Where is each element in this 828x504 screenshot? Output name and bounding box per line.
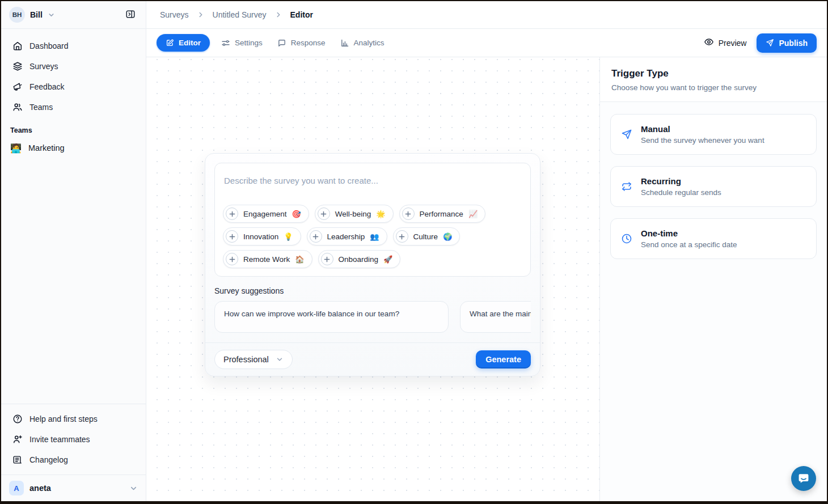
topic-chip-well-being[interactable]: Well-being 🌟 xyxy=(315,205,394,223)
sidebar-item-label: Dashboard xyxy=(29,41,69,50)
chip-label: Engagement xyxy=(243,210,287,218)
sidebar-spacer xyxy=(1,158,146,404)
trigger-option-text: One-time Send once at a specific date xyxy=(641,228,737,249)
breadcrumb: Surveys Untitled Survey Editor xyxy=(146,1,827,29)
suggestion-card[interactable]: What are the main ob xyxy=(460,301,531,333)
chip-label: Performance xyxy=(420,210,463,218)
repeat-icon xyxy=(621,181,632,192)
breadcrumb-editor: Editor xyxy=(290,10,313,19)
preview-button[interactable]: Preview xyxy=(704,37,747,49)
sidebar-item-help[interactable]: Help and first steps xyxy=(8,410,139,428)
sliders-icon xyxy=(221,39,230,48)
suggestion-card[interactable]: How can we improve work-life balance in … xyxy=(214,301,449,333)
topic-chip-innovation[interactable]: Innovation 💡 xyxy=(223,227,301,245)
layers-icon xyxy=(12,61,23,71)
chevron-down-icon xyxy=(48,11,55,19)
chevron-down-icon xyxy=(129,484,138,493)
survey-prompt-input[interactable]: Describe the survey you want to create..… xyxy=(214,163,531,277)
breadcrumb-surveys[interactable]: Surveys xyxy=(160,10,189,19)
tab-label: Analytics xyxy=(354,39,385,47)
sidebar-item-feedback[interactable]: Feedback xyxy=(8,78,139,96)
chat-bubble-icon xyxy=(277,39,286,48)
sidebar-item-teams[interactable]: Teams xyxy=(8,98,139,116)
tone-select[interactable]: Professional xyxy=(214,350,293,369)
trigger-option-text: Recurring Schedule regular sends xyxy=(641,176,721,197)
send-icon xyxy=(766,39,774,47)
sidebar-nav: Dashboard Surveys Feedback xyxy=(1,29,146,118)
panel-title: Trigger Type xyxy=(611,68,816,79)
tab-response[interactable]: Response xyxy=(277,39,326,48)
editor-toolbar: Editor Settings Response xyxy=(146,29,827,57)
topic-chip-engagement[interactable]: Engagement 🎯 xyxy=(223,205,309,223)
generate-button[interactable]: Generate xyxy=(476,350,531,369)
trigger-option-title: One-time xyxy=(641,228,737,238)
panel-collapse-icon xyxy=(125,9,136,21)
help-circle-icon xyxy=(12,414,23,424)
sidebar-item-label: Changelog xyxy=(29,455,68,464)
trigger-option-recurring[interactable]: Recurring Schedule regular sends xyxy=(610,166,817,207)
plus-icon xyxy=(226,253,238,265)
topic-chip-performance[interactable]: Performance 📈 xyxy=(399,205,486,223)
send-icon xyxy=(621,129,632,140)
trigger-type-panel: Trigger Type Choose how you want to trig… xyxy=(599,57,827,501)
sidebar-item-label: Help and first steps xyxy=(29,414,98,423)
topic-chip-onboarding[interactable]: Onboarding 🚀 xyxy=(318,250,401,268)
topic-chip-remote-work[interactable]: Remote Work 🏠 xyxy=(223,250,312,268)
publish-button[interactable]: Publish xyxy=(757,33,817,53)
tab-editor[interactable]: Editor xyxy=(157,34,210,52)
plus-icon xyxy=(318,207,330,220)
breadcrumb-untitled-survey[interactable]: Untitled Survey xyxy=(213,10,267,19)
chip-label: Remote Work xyxy=(243,255,290,264)
trigger-option-description: Send the survey whenever you want xyxy=(641,136,764,145)
tab-label: Editor xyxy=(179,39,201,47)
chip-label: Leadership xyxy=(327,232,365,241)
chip-label: Onboarding xyxy=(339,255,379,264)
tab-settings[interactable]: Settings xyxy=(221,39,263,48)
app-window: BH Bill Dashboard xyxy=(0,0,828,504)
trigger-option-text: Manual Send the survey whenever you want xyxy=(641,124,764,145)
sidebar-item-changelog[interactable]: Changelog xyxy=(8,451,139,469)
sidebar-item-invite[interactable]: Invite teammates xyxy=(8,430,139,448)
plus-icon xyxy=(226,230,238,243)
workspace-name: Bill xyxy=(30,10,43,19)
eye-icon xyxy=(704,37,714,49)
editor-canvas[interactable]: Describe the survey you want to create..… xyxy=(146,57,599,501)
plus-icon xyxy=(226,207,238,220)
workspace-avatar: BH xyxy=(9,7,25,23)
trigger-option-manual[interactable]: Manual Send the survey whenever you want xyxy=(610,114,817,155)
sidebar-item-label: Teams xyxy=(29,103,53,112)
sidebar-item-dashboard[interactable]: Dashboard xyxy=(8,37,139,55)
plus-icon xyxy=(402,207,415,220)
trigger-option-description: Send once at a specific date xyxy=(641,240,737,249)
plus-icon xyxy=(310,230,322,243)
topic-chip-culture[interactable]: Culture 🌍 xyxy=(393,227,461,245)
tab-analytics[interactable]: Analytics xyxy=(340,39,385,48)
chip-emoji: 📈 xyxy=(468,210,478,218)
chip-label: Well-being xyxy=(335,210,371,218)
survey-composer-card: Describe the survey you want to create..… xyxy=(205,153,540,376)
account-name: aneta xyxy=(29,484,51,493)
trigger-option-one-time[interactable]: One-time Send once at a specific date xyxy=(610,218,817,259)
sidebar-item-surveys[interactable]: Surveys xyxy=(8,57,139,75)
user-plus-icon xyxy=(12,434,23,444)
chat-launcher-button[interactable] xyxy=(791,466,816,491)
suggestions-row: How can we improve work-life balance in … xyxy=(214,301,531,333)
account-menu[interactable]: A aneta xyxy=(1,475,146,501)
team-emoji-icon: 🧑‍💻 xyxy=(10,143,22,154)
megaphone-icon xyxy=(12,82,23,92)
composer-footer: Professional Generate xyxy=(205,342,540,376)
clock-icon xyxy=(621,233,632,244)
sidebar-item-marketing[interactable]: 🧑‍💻 Marketing xyxy=(1,138,146,158)
tab-label: Settings xyxy=(235,39,263,47)
tone-value: Professional xyxy=(223,355,269,364)
sidebar-header: BH Bill xyxy=(1,1,146,29)
workspace-switcher[interactable]: BH Bill xyxy=(9,7,55,23)
prompt-placeholder: Describe the survey you want to create..… xyxy=(223,171,522,190)
trigger-option-title: Recurring xyxy=(641,176,721,186)
trigger-option-title: Manual xyxy=(641,124,764,134)
sidebar-toggle-button[interactable] xyxy=(122,6,139,23)
sidebar: BH Bill Dashboard xyxy=(1,1,146,501)
bar-chart-icon xyxy=(340,39,349,48)
chip-emoji: 🌟 xyxy=(376,210,385,218)
topic-chip-leadership[interactable]: Leadership 👥 xyxy=(307,227,387,245)
